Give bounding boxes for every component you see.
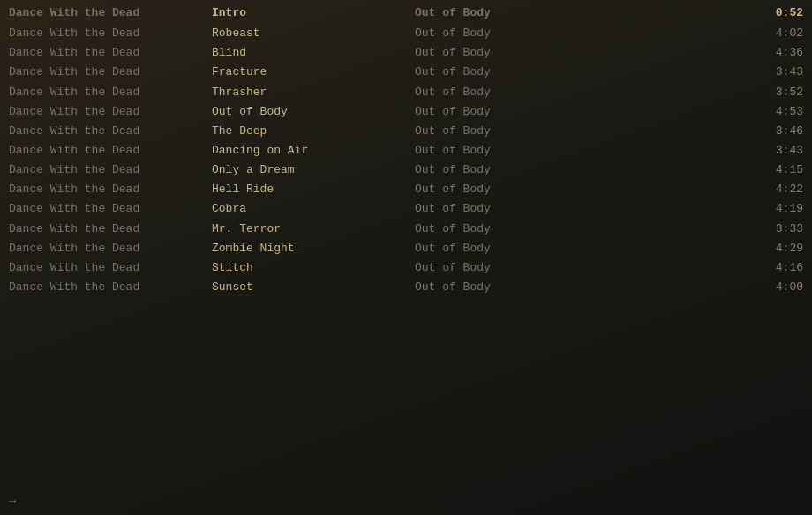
track-duration: 3:33 (591, 220, 803, 238)
track-artist: Dance With the Dead (9, 44, 212, 62)
track-artist: Dance With the Dead (9, 142, 212, 160)
track-title: Fracture (212, 63, 415, 81)
track-title: Thrasher (212, 84, 415, 101)
track-album: Out of Body (415, 279, 591, 296)
header-album: Out of Body (415, 4, 591, 22)
track-title: Sunset (212, 279, 415, 296)
track-album: Out of Body (415, 84, 591, 101)
track-album: Out of Body (415, 240, 591, 258)
track-title: Cobra (212, 200, 415, 218)
track-duration: 4:00 (591, 279, 803, 296)
track-artist: Dance With the Dead (9, 63, 212, 81)
track-title: Only a Dream (212, 161, 415, 179)
track-title: Dancing on Air (212, 142, 415, 160)
track-artist: Dance With the Dead (9, 25, 212, 42)
track-artist: Dance With the Dead (9, 200, 212, 218)
track-artist: Dance With the Dead (9, 220, 212, 238)
table-row[interactable]: Dance With the DeadOnly a DreamOut of Bo… (0, 160, 812, 180)
table-row[interactable]: Dance With the DeadFractureOut of Body3:… (0, 63, 812, 82)
track-duration: 4:53 (591, 103, 803, 121)
track-duration: 4:02 (591, 25, 803, 42)
track-album: Out of Body (415, 200, 591, 218)
track-artist: Dance With the Dead (9, 279, 212, 296)
track-title: Out of Body (212, 103, 415, 121)
track-artist: Dance With the Dead (9, 240, 212, 258)
track-duration: 4:19 (591, 200, 803, 218)
track-duration: 4:22 (591, 181, 803, 198)
track-title: Blind (212, 44, 415, 62)
table-row[interactable]: Dance With the DeadStitchOut of Body4:16 (0, 258, 812, 278)
table-row[interactable]: Dance With the DeadThe DeepOut of Body3:… (0, 122, 812, 141)
track-artist: Dance With the Dead (9, 181, 212, 198)
track-list: Dance With the Dead Intro Out of Body 0:… (0, 0, 812, 301)
table-row[interactable]: Dance With the DeadMr. TerrorOut of Body… (0, 220, 812, 239)
track-duration: 3:43 (591, 142, 803, 160)
table-row[interactable]: Dance With the DeadCobraOut of Body4:19 (0, 199, 812, 219)
track-duration: 3:43 (591, 63, 803, 81)
track-list-header: Dance With the Dead Intro Out of Body 0:… (0, 4, 812, 24)
track-album: Out of Body (415, 103, 591, 121)
header-duration: 0:52 (591, 4, 803, 22)
track-duration: 4:15 (591, 161, 803, 179)
track-title: Robeast (212, 25, 415, 42)
track-album: Out of Body (415, 25, 591, 42)
track-artist: Dance With the Dead (9, 259, 212, 277)
track-duration: 4:29 (591, 240, 803, 258)
track-album: Out of Body (415, 161, 591, 179)
track-album: Out of Body (415, 259, 591, 277)
table-row[interactable]: Dance With the DeadThrasherOut of Body3:… (0, 83, 812, 102)
track-title: Stitch (212, 259, 415, 277)
header-title: Intro (212, 4, 415, 22)
track-album: Out of Body (415, 44, 591, 62)
arrow-indicator: → (9, 495, 16, 508)
track-artist: Dance With the Dead (9, 123, 212, 140)
track-album: Out of Body (415, 63, 591, 81)
table-row[interactable]: Dance With the DeadDancing on AirOut of … (0, 141, 812, 160)
track-duration: 4:16 (591, 259, 803, 277)
track-artist: Dance With the Dead (9, 84, 212, 101)
track-album: Out of Body (415, 123, 591, 140)
track-duration: 4:36 (591, 44, 803, 62)
table-row[interactable]: Dance With the DeadRobeastOut of Body4:0… (0, 24, 812, 43)
table-row[interactable]: Dance With the DeadZombie NightOut of Bo… (0, 239, 812, 258)
track-duration: 3:46 (591, 123, 803, 140)
table-row[interactable]: Dance With the DeadHell RideOut of Body4… (0, 180, 812, 199)
table-row[interactable]: Dance With the DeadOut of BodyOut of Bod… (0, 102, 812, 122)
track-artist: Dance With the Dead (9, 161, 212, 179)
track-album: Out of Body (415, 181, 591, 198)
track-title: Zombie Night (212, 240, 415, 258)
track-duration: 3:52 (591, 84, 803, 101)
track-title: Hell Ride (212, 181, 415, 198)
track-artist: Dance With the Dead (9, 103, 212, 121)
table-row[interactable]: Dance With the DeadBlindOut of Body4:36 (0, 43, 812, 63)
table-row[interactable]: Dance With the DeadSunsetOut of Body4:00 (0, 278, 812, 297)
track-album: Out of Body (415, 220, 591, 238)
track-title: Mr. Terror (212, 220, 415, 238)
track-title: The Deep (212, 123, 415, 140)
header-artist: Dance With the Dead (9, 4, 212, 22)
track-album: Out of Body (415, 142, 591, 160)
